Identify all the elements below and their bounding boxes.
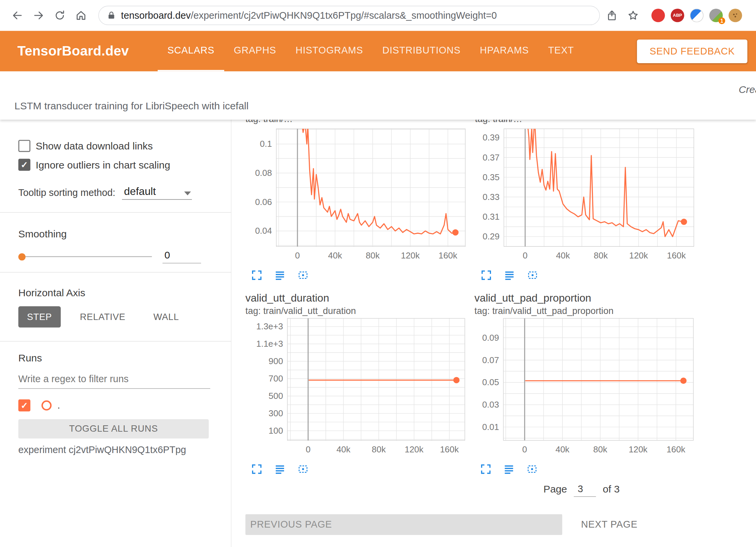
page-number-input[interactable]: 3 <box>574 483 596 497</box>
main-nav: SCALARS GRAPHS HISTOGRAMS DISTRIBUTIONS … <box>158 31 584 71</box>
extensions-area: ABP 1 <box>651 9 742 22</box>
adblock-extension-icon[interactable] <box>651 9 665 22</box>
svg-text:0: 0 <box>522 444 527 454</box>
run-color-swatch <box>41 400 51 410</box>
svg-text:40k: 40k <box>556 250 570 260</box>
fit-domain-icon[interactable] <box>297 269 308 281</box>
svg-text:40k: 40k <box>555 444 570 454</box>
ignore-outliers-label: Ignore outliers in chart scaling <box>36 159 170 171</box>
chart-tag: tag: train/valid_utt_duration <box>245 306 468 317</box>
app-header: TensorBoard.dev SCALARS GRAPHS HISTOGRAM… <box>0 31 756 71</box>
svg-text:0.07: 0.07 <box>482 355 499 365</box>
run-selector-icon[interactable] <box>504 269 515 281</box>
bookmark-star-icon[interactable] <box>626 8 640 23</box>
runs-label: Runs <box>18 352 212 364</box>
line-chart[interactable]: 0.010.030.050.070.09040k80k120k160k <box>475 316 697 457</box>
browser-toolbar: tensorboard.dev/experiment/cj2vtPiwQHKN9… <box>0 0 756 31</box>
expand-chart-icon[interactable] <box>251 463 262 474</box>
svg-text:0: 0 <box>523 250 527 260</box>
slider-thumb[interactable] <box>18 253 26 260</box>
previous-page-button[interactable]: PREVIOUS PAGE <box>245 514 562 535</box>
svg-text:160k: 160k <box>438 250 458 260</box>
toggle-all-runs-button[interactable]: TOGGLE ALL RUNS <box>18 419 209 439</box>
profile-avatar-icon[interactable]: 1 <box>709 9 723 22</box>
line-chart[interactable]: 0.040.060.080.1040k80k120k160k <box>245 128 468 263</box>
svg-text:120k: 120k <box>405 444 424 454</box>
tooltip-sorting-label: Tooltip sorting method: <box>18 187 115 200</box>
slider-track[interactable] <box>18 256 152 257</box>
share-icon[interactable] <box>605 8 619 23</box>
ignore-outliers-checkbox[interactable]: ✓ <box>18 159 30 171</box>
run-selector-icon[interactable] <box>274 463 285 474</box>
tab-graphs[interactable]: GRAPHS <box>224 31 286 71</box>
truncated-right-text: Crea <box>739 84 756 96</box>
run-name: . <box>57 400 60 411</box>
svg-text:900: 900 <box>269 356 283 366</box>
line-chart[interactable]: 0.290.310.330.350.370.39040k80k120k160k <box>475 128 697 263</box>
show-download-links-checkbox[interactable] <box>18 140 30 152</box>
experiment-id: experiment cj2vtPiwQHKN9Q1tx6PTpg <box>18 444 212 455</box>
expand-chart-icon[interactable] <box>480 463 491 474</box>
runs-filter-input[interactable] <box>18 373 210 389</box>
abp-extension-icon[interactable]: ABP <box>671 9 684 22</box>
axis-relative-button[interactable]: RELATIVE <box>71 306 134 327</box>
charts-main: tag: train/… 0.040.060.080.1040k80k120k1… <box>231 120 756 547</box>
run-checkbox[interactable]: ✓ <box>18 400 30 412</box>
axis-wall-button[interactable]: WALL <box>145 306 187 327</box>
smoothing-slider[interactable] <box>18 250 152 263</box>
svg-text:120k: 120k <box>401 250 420 260</box>
svg-text:0.09: 0.09 <box>482 333 499 343</box>
chart-actions <box>480 463 696 474</box>
tab-text[interactable]: TEXT <box>538 31 584 71</box>
app-logo: TensorBoard.dev <box>17 43 129 59</box>
tooltip-sorting-row: Tooltip sorting method: default <box>18 185 212 200</box>
fit-domain-icon[interactable] <box>526 463 537 474</box>
next-page-button[interactable]: NEXT PAGE <box>573 514 645 535</box>
axis-step-button[interactable]: STEP <box>18 306 60 327</box>
svg-text:1.1e+3: 1.1e+3 <box>256 339 283 349</box>
ignore-outliers-checkbox-row[interactable]: ✓ Ignore outliers in chart scaling <box>18 159 212 171</box>
expand-chart-icon[interactable] <box>481 269 492 281</box>
svg-text:0.04: 0.04 <box>255 226 272 236</box>
tab-distributions[interactable]: DISTRIBUTIONS <box>373 31 470 71</box>
chart-tag: tag: train/… <box>245 120 468 124</box>
svg-text:0.35: 0.35 <box>483 172 500 182</box>
blue-extension-icon[interactable] <box>690 9 704 22</box>
url-bar[interactable]: tensorboard.dev/experiment/cj2vtPiwQHKN9… <box>98 6 600 25</box>
chart-actions <box>251 463 468 474</box>
svg-text:0.37: 0.37 <box>483 152 500 162</box>
page-root: tensorboard.dev/experiment/cj2vtPiwQHKN9… <box>0 0 756 547</box>
divider <box>0 341 231 341</box>
run-row: ✓ . <box>18 400 212 412</box>
show-download-links-checkbox-row[interactable]: Show data download links <box>18 140 212 152</box>
settings-sidebar: Show data download links ✓ Ignore outlie… <box>0 120 231 547</box>
secure-lock-icon[interactable] <box>107 11 116 20</box>
show-download-links-label: Show data download links <box>36 140 153 152</box>
expand-chart-icon[interactable] <box>251 269 262 281</box>
svg-text:0.01: 0.01 <box>482 422 499 432</box>
smoothing-value-input[interactable]: 0 <box>162 249 201 263</box>
tab-histograms[interactable]: HISTOGRAMS <box>286 31 373 71</box>
send-feedback-button[interactable]: SEND FEEDBACK <box>637 39 747 63</box>
back-icon[interactable] <box>10 8 24 23</box>
fit-domain-icon[interactable] <box>527 269 538 281</box>
svg-text:80k: 80k <box>372 444 386 454</box>
run-selector-icon[interactable] <box>274 269 285 281</box>
forward-icon[interactable] <box>31 8 46 23</box>
reload-icon[interactable] <box>52 8 67 23</box>
tab-hparams[interactable]: HPARAMS <box>470 31 538 71</box>
divider <box>0 212 231 213</box>
tooltip-sorting-select[interactable]: default <box>122 185 192 200</box>
svg-text:0: 0 <box>306 444 310 454</box>
svg-text:0.08: 0.08 <box>255 168 272 178</box>
run-selector-icon[interactable] <box>503 463 514 474</box>
svg-text:0.05: 0.05 <box>482 377 499 387</box>
fit-domain-icon[interactable] <box>297 463 308 474</box>
cookie-extension-icon[interactable] <box>729 9 742 22</box>
svg-text:80k: 80k <box>593 444 608 454</box>
home-icon[interactable] <box>74 8 88 23</box>
line-chart[interactable]: 1003005007009001.1e+31.3e+3040k80k120k16… <box>245 316 468 457</box>
chart-title: valid_utt_duration <box>245 292 468 304</box>
tab-scalars[interactable]: SCALARS <box>158 31 224 71</box>
clipped-chart-header: tag: train/… <box>245 120 468 124</box>
